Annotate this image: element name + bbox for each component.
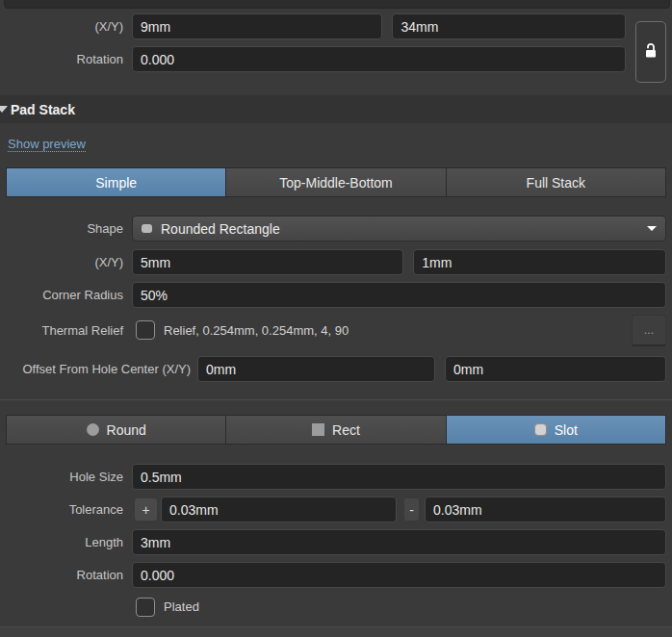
tolerance-row: Tolerance + -: [0, 497, 666, 522]
position-rotation-input[interactable]: [132, 46, 626, 72]
pad-size-row: (X/Y): [0, 249, 666, 275]
plated-row: Plated: [0, 596, 666, 618]
hole-size-input[interactable]: [132, 464, 666, 490]
corner-radius-row: Corner Radius: [0, 282, 666, 308]
tab-full-stack-label: Full Stack: [527, 175, 585, 191]
pad-stack-title: Pad Stack: [11, 102, 75, 117]
tolerance-minus-chip: -: [404, 498, 419, 521]
thermal-relief-value: Relief, 0.254mm, 0.254mm, 4, 90: [164, 323, 349, 338]
shape-dropdown-value: Rounded Rectangle: [161, 221, 280, 237]
plated-checkbox[interactable]: [136, 598, 155, 617]
collapse-triangle-icon: [0, 106, 8, 113]
pad-stack-mode-tabs: Simple Top-Middle-Bottom Full Stack: [6, 167, 666, 197]
thermal-relief-label: Thermal Relief: [0, 323, 132, 338]
position-xy-row: (X/Y): [0, 13, 666, 39]
tab-rect-label: Rect: [332, 422, 360, 438]
hole-type-tabs: Round Rect Slot: [6, 415, 666, 445]
pad-size-label: (X/Y): [0, 255, 132, 269]
square-icon: [312, 423, 324, 436]
tab-round-label: Round: [107, 422, 146, 438]
tab-slot-label: Slot: [555, 422, 578, 438]
position-x-input[interactable]: [132, 13, 382, 39]
hole-size-label: Hole Size: [0, 470, 132, 484]
preview-row: Show preview: [8, 137, 672, 154]
corner-radius-label: Corner Radius: [0, 288, 132, 302]
tolerance-label: Tolerance: [0, 502, 132, 517]
cropped-field-above: [4, 0, 670, 9]
rounded-rectangle-icon: [142, 224, 152, 233]
pad-size-x-input[interactable]: [132, 249, 403, 275]
show-preview-link[interactable]: Show preview: [8, 137, 86, 152]
tab-slot[interactable]: Slot: [447, 416, 665, 444]
length-label: Length: [0, 535, 132, 549]
hole-size-row: Hole Size: [0, 464, 666, 490]
position-y-input[interactable]: [392, 13, 626, 39]
thermal-relief-checkbox[interactable]: [136, 320, 155, 340]
tolerance-plus-chip: +: [135, 498, 157, 521]
length-row: Length: [0, 529, 666, 555]
tab-rect[interactable]: Rect: [226, 416, 446, 444]
position-rotation-label: Rotation: [0, 52, 132, 66]
chevron-down-icon: [647, 226, 657, 231]
hole-rotation-row: Rotation: [0, 562, 666, 588]
tab-simple[interactable]: Simple: [7, 168, 226, 196]
length-input[interactable]: [132, 529, 666, 555]
pad-properties-panel: (X/Y) Rotation Pad Stack Show preview Si…: [0, 0, 672, 637]
offset-label: Offset From Hole Center (X/Y): [0, 362, 197, 376]
shape-row: Shape Rounded Rectangle: [0, 216, 666, 242]
tolerance-minus-input[interactable]: [425, 497, 666, 522]
position-xy-label: (X/Y): [0, 19, 132, 34]
position-rotation-row: Rotation: [0, 46, 666, 72]
lock-button[interactable]: [635, 21, 666, 83]
tolerance-plus-input[interactable]: [161, 497, 397, 522]
ellipsis-icon: ...: [644, 323, 654, 337]
hole-rotation-input[interactable]: [132, 562, 666, 588]
unlock-icon: [643, 42, 659, 62]
tab-round[interactable]: Round: [7, 416, 226, 444]
section-divider: [0, 399, 672, 400]
plated-label: Plated: [164, 599, 199, 614]
next-section-edge: [0, 626, 672, 637]
corner-radius-input[interactable]: [132, 282, 666, 308]
slot-icon: [534, 423, 547, 436]
tab-top-middle-bottom-label: Top-Middle-Bottom: [279, 175, 393, 191]
pad-size-y-input[interactable]: [413, 249, 666, 275]
circle-icon: [87, 423, 99, 436]
thermal-relief-more-button[interactable]: ...: [632, 315, 666, 346]
thermal-relief-row: Thermal Relief Relief, 0.254mm, 0.254mm,…: [0, 316, 666, 344]
shape-label: Shape: [0, 221, 132, 236]
tab-simple-label: Simple: [95, 175, 137, 191]
offset-from-hole-center-row: Offset From Hole Center (X/Y): [0, 356, 666, 382]
shape-dropdown[interactable]: Rounded Rectangle: [132, 216, 666, 242]
hole-rotation-label: Rotation: [0, 568, 132, 582]
offset-y-input[interactable]: [445, 356, 666, 382]
tab-full-stack[interactable]: Full Stack: [447, 168, 665, 196]
tab-top-middle-bottom[interactable]: Top-Middle-Bottom: [226, 168, 446, 196]
pad-stack-section-header[interactable]: Pad Stack: [0, 95, 672, 123]
offset-x-input[interactable]: [197, 356, 435, 382]
